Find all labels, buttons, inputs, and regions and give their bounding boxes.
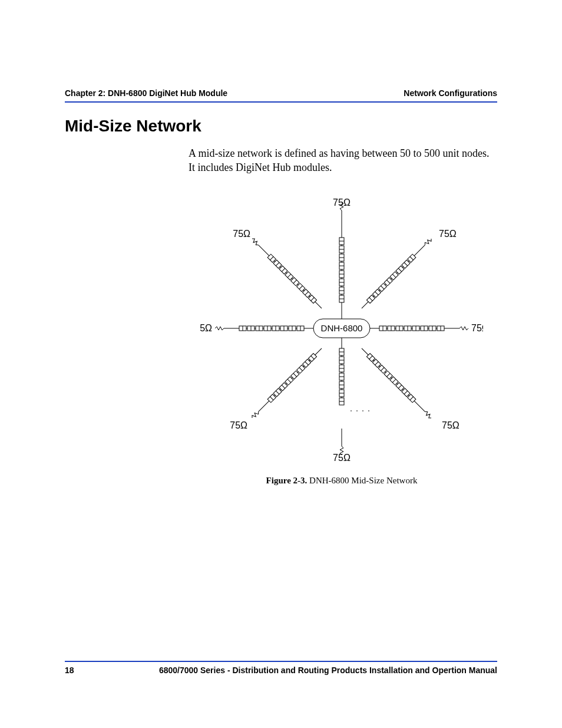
header-chapter: Chapter 2: DNH-6800 DigiNet Hub Module [65, 88, 227, 98]
header-section: Network Configurations [404, 88, 497, 98]
manual-title: 6800/7000 Series - Distribution and Rout… [159, 666, 497, 675]
hub-label: DNH-6800 [321, 323, 363, 333]
terminator-label: 75Ω [233, 229, 250, 239]
terminator-label: 75Ω [230, 420, 247, 430]
section-paragraph: A mid-size network is defined as having … [189, 146, 495, 175]
figure-2-3: DNH-6800 [189, 193, 495, 486]
terminator-label: 75Ω [439, 229, 457, 239]
figure-caption-label: Figure 2-3. [266, 476, 308, 485]
terminator-label: 75Ω [333, 453, 351, 463]
figure-caption-text: DNH-6800 Mid-Size Network [307, 476, 417, 485]
terminator-label: 75Ω [471, 323, 483, 333]
terminator-label: 75Ω [200, 323, 212, 333]
terminator-label: 75Ω [442, 420, 459, 430]
figure-caption: Figure 2-3. DNH-6800 Mid-Size Network [189, 476, 495, 486]
page-number: 18 [65, 666, 74, 675]
terminator-label: 75Ω [333, 197, 351, 207]
header-rule [65, 101, 497, 103]
footer-rule [65, 661, 497, 662]
section-title: Mid-Size Network [65, 117, 497, 136]
